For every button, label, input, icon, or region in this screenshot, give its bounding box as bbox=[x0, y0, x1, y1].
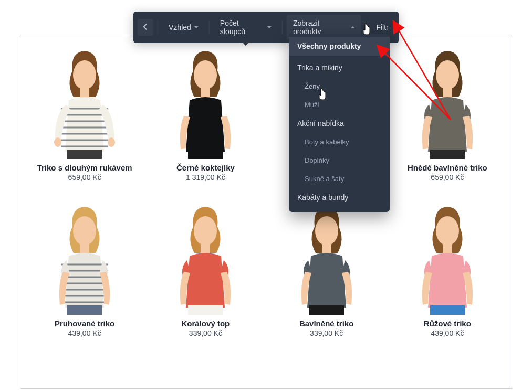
svg-point-0 bbox=[73, 60, 96, 90]
svg-point-12 bbox=[194, 60, 217, 90]
svg-rect-20 bbox=[430, 150, 465, 159]
product-title: Černé koktejlky bbox=[176, 163, 235, 172]
product-card[interactable]: Korálový top339,00 Kč bbox=[148, 203, 263, 337]
product-image bbox=[403, 47, 492, 159]
product-image bbox=[161, 203, 250, 315]
svg-point-9 bbox=[54, 137, 61, 147]
vzhled-dropdown[interactable]: Vzhled bbox=[162, 19, 205, 36]
menu-doplnky[interactable]: Doplňky bbox=[289, 151, 390, 169]
toolbar-separator bbox=[158, 20, 158, 34]
menu-boty-a-kabelky[interactable]: Boty a kabelky bbox=[289, 133, 390, 151]
svg-point-34 bbox=[315, 216, 338, 246]
svg-rect-13 bbox=[201, 88, 210, 98]
product-price: 1 319,00 Kč bbox=[186, 173, 225, 182]
menu-kabaty-a-bundy[interactable]: Kabáty a bundy bbox=[289, 188, 390, 207]
product-image bbox=[40, 47, 129, 159]
svg-rect-32 bbox=[201, 243, 210, 254]
menu-vsechny-produkty[interactable]: Všechny produkty bbox=[289, 37, 390, 56]
product-image bbox=[403, 203, 492, 315]
toolbar-separator bbox=[282, 20, 283, 34]
product-title: Korálový top bbox=[182, 319, 230, 328]
menu-zeny[interactable]: Ženy bbox=[289, 77, 390, 96]
product-card[interactable]: Hnědé bavlněné triko659,00 Kč bbox=[390, 47, 505, 182]
product-image bbox=[161, 47, 250, 159]
product-price: 339,00 Kč bbox=[310, 329, 343, 337]
product-price: 439,00 Kč bbox=[68, 329, 101, 337]
pocet-sloupcu-label: Počet sloupců bbox=[220, 19, 264, 36]
toolbar-separator bbox=[209, 20, 210, 34]
product-card[interactable]: Bavlněné triko339,00 Kč bbox=[269, 203, 384, 337]
product-card[interactable]: Pruhované triko439,00 Kč bbox=[27, 203, 142, 337]
product-card[interactable]: Černé koktejlky1 319,00 Kč bbox=[148, 47, 263, 182]
product-title: Triko s dlouhým rukávem bbox=[37, 163, 132, 172]
menu-sukne-a-saty[interactable]: Sukně a šaty bbox=[289, 169, 390, 188]
svg-point-21 bbox=[73, 216, 96, 246]
svg-rect-11 bbox=[67, 150, 102, 159]
svg-rect-1 bbox=[80, 88, 89, 98]
svg-rect-19 bbox=[443, 88, 452, 98]
svg-rect-30 bbox=[67, 305, 102, 315]
zobrazit-produkty-menu: Všechny produkty Trika a mikiny Ženy Muž… bbox=[289, 34, 390, 212]
product-title: Růžové triko bbox=[424, 319, 471, 328]
menu-akcni-nabidka[interactable]: Akční nabídka bbox=[289, 114, 390, 133]
toolbar-separator bbox=[365, 20, 366, 34]
product-card[interactable]: Růžové triko439,00 Kč bbox=[390, 203, 505, 337]
product-price: 659,00 Kč bbox=[431, 173, 464, 182]
pocet-sloupcu-dropdown[interactable]: Počet sloupců bbox=[214, 15, 278, 40]
svg-rect-35 bbox=[322, 243, 331, 254]
product-price: 339,00 Kč bbox=[189, 329, 222, 337]
product-image bbox=[282, 203, 371, 315]
svg-rect-38 bbox=[443, 243, 452, 254]
product-title: Hnědé bavlněné triko bbox=[408, 163, 487, 172]
caret-up-icon bbox=[350, 26, 354, 28]
product-title: Bavlněné triko bbox=[299, 319, 353, 328]
back-button[interactable] bbox=[137, 19, 153, 36]
product-listing-frame: Triko s dlouhým rukávem659,00 Kč Černé k… bbox=[20, 35, 512, 389]
menu-divider bbox=[289, 57, 390, 57]
svg-point-18 bbox=[436, 60, 459, 90]
product-title: Pruhované triko bbox=[55, 319, 114, 328]
svg-rect-36 bbox=[309, 305, 344, 315]
svg-point-31 bbox=[194, 216, 217, 246]
product-price: 439,00 Kč bbox=[431, 329, 464, 337]
product-image bbox=[40, 203, 129, 315]
svg-rect-14 bbox=[188, 150, 223, 159]
caret-down-icon bbox=[267, 26, 272, 28]
vzhled-label: Vzhled bbox=[169, 23, 191, 31]
svg-rect-22 bbox=[80, 243, 89, 254]
menu-trika-a-mikiny[interactable]: Trika a mikiny bbox=[289, 58, 390, 77]
svg-rect-39 bbox=[430, 305, 465, 315]
chevron-left-icon bbox=[143, 23, 148, 31]
caret-down-icon bbox=[194, 26, 199, 28]
product-price: 659,00 Kč bbox=[68, 173, 101, 182]
product-grid: Triko s dlouhým rukávem659,00 Kč Černé k… bbox=[27, 47, 505, 337]
svg-point-10 bbox=[108, 137, 115, 147]
svg-rect-33 bbox=[188, 305, 223, 315]
menu-muzi[interactable]: Muži bbox=[289, 96, 390, 114]
filtr-label: Filtr bbox=[376, 23, 388, 31]
product-card[interactable]: Triko s dlouhým rukávem659,00 Kč bbox=[27, 47, 142, 182]
svg-point-37 bbox=[436, 216, 459, 246]
